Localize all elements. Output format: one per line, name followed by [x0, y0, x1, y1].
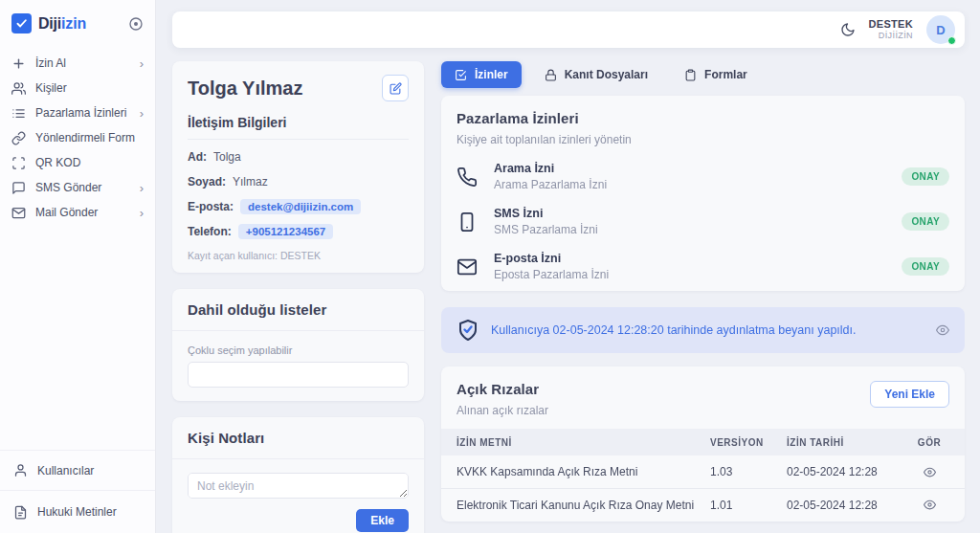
consents-subtitle: Alınan açık rızalar: [457, 404, 548, 417]
consent-banner-text: Kullanıcıya 02-05-2024 12:28:20 tarihind…: [491, 323, 857, 337]
sidebar-nav: İzin Al › Kişiler Pazarlama İzinleri ›: [0, 51, 155, 225]
chevron-right-icon: ›: [140, 207, 144, 219]
field-label: Telefon:: [188, 225, 232, 238]
phone-chip: +905121234567: [238, 224, 333, 239]
brand-name-primary: Diji: [38, 15, 61, 32]
dark-mode-moon-icon[interactable]: [840, 22, 856, 37]
list-icon: [11, 106, 26, 121]
consent-banner: Kullanıcıya 02-05-2024 12:28:20 tarihind…: [441, 307, 965, 353]
created-by-note: Kayıt açan kullanıcı: DESTEK: [188, 250, 409, 261]
sidebar-item-qr-kod[interactable]: QR KOD: [0, 150, 155, 175]
chevron-right-icon: ›: [140, 107, 144, 120]
sidebar-item-hukuki-metinler[interactable]: Hukuki Metinler: [0, 490, 155, 533]
right-column: İzinler Kanıt Dosyaları Formlar: [441, 61, 965, 533]
sidebar-item-label: Kişiler: [35, 81, 67, 95]
content: Tolga Yılmaz İletişim Bilgileri Ad: Tolg…: [172, 61, 965, 533]
sidebar-collapse-icon[interactable]: [128, 16, 144, 32]
consent-date: 02-05-2024 12:28: [787, 465, 909, 478]
consent-text: KVKK Kapsamında Açık Rıza Metni: [457, 465, 710, 478]
sidebar-item-label: Pazarlama İzinleri: [35, 106, 126, 120]
permission-row-eposta: E-posta İzni Eposta Pazarlama İzni ONAY: [457, 252, 949, 281]
consents-title: Açık Rızalar: [457, 381, 548, 397]
tab-formlar[interactable]: Formlar: [671, 61, 761, 88]
shield-check-icon: [457, 319, 479, 342]
brand-checkbox-icon: [11, 13, 32, 33]
consent-date: 02-05-2024 12:28: [787, 499, 909, 512]
field-value: Yılmaz: [233, 175, 268, 189]
contact-section-title: İletişim Bilgileri: [188, 115, 409, 140]
permission-desc: Eposta Pazarlama İzni: [494, 268, 609, 281]
app-root: Dijiizin İzin Al › Kişiler: [0, 0, 980, 533]
brand-name: Dijiizin: [38, 15, 86, 33]
sidebar-item-label: SMS Gönder: [35, 181, 101, 194]
permission-title: SMS İzni: [494, 207, 598, 220]
consents-table-header: İZİN METNİ VERSİYON İZİN TARİHİ GÖR: [441, 429, 965, 455]
smartphone-icon: [457, 211, 479, 233]
sidebar-item-kullanicilar[interactable]: Kullanıcılar: [0, 450, 155, 490]
permissions-title: Pazarlama İzinleri: [457, 110, 949, 126]
sidebar-item-sms-gonder[interactable]: SMS Gönder ›: [0, 175, 155, 200]
tab-kanit-dosyalari[interactable]: Kanıt Dosyaları: [531, 61, 661, 88]
permission-title: Arama İzni: [494, 162, 607, 175]
add-consent-button[interactable]: Yeni Ekle: [870, 381, 949, 408]
sidebar-item-kisiler[interactable]: Kişiler: [0, 76, 155, 100]
table-row: KVKK Kapsamında Açık Rıza Metni 1.03 02-…: [441, 455, 965, 488]
tab-label: Formlar: [704, 68, 747, 81]
chat-icon: [11, 181, 26, 195]
tabs: İzinler Kanıt Dosyaları Formlar: [441, 61, 965, 88]
status-badge: ONAY: [902, 212, 949, 231]
status-badge: ONAY: [902, 257, 949, 276]
left-column: Tolga Yılmaz İletişim Bilgileri Ad: Tolg…: [172, 61, 424, 533]
sidebar-item-mail-gonder[interactable]: Mail Gönder ›: [0, 200, 155, 225]
field-eposta: E-posta: destek@dijiizin.com: [188, 198, 409, 214]
sidebar-item-label: İzin Al: [35, 56, 66, 70]
notes-card-title: Kişi Notları: [188, 430, 409, 446]
profile-name: Tolga Yılmaz: [188, 78, 302, 100]
consent-version: 1.03: [710, 465, 787, 478]
tab-izinler[interactable]: İzinler: [441, 61, 522, 88]
consent-text: Elektronik Ticari Kanunu Açık Rıza Onay …: [457, 499, 710, 512]
lists-card: Dahil olduğu listeler Çoklu seçim yapıla…: [172, 289, 424, 401]
banner-eye-icon[interactable]: [936, 323, 949, 337]
sidebar-item-label: QR KOD: [35, 156, 80, 169]
people-icon: [11, 81, 26, 96]
note-input[interactable]: [188, 473, 409, 499]
edit-profile-button[interactable]: [382, 75, 409, 101]
topbar-user-org: DİJİİZİN: [869, 31, 913, 41]
link-icon: [11, 131, 26, 145]
logo: Dijiizin: [0, 0, 155, 43]
topbar-user-name: DESTEK: [869, 18, 913, 31]
consents-card: Açık Rızalar Alınan açık rızalar Yeni Ek…: [441, 366, 965, 522]
view-consent-eye-icon[interactable]: [924, 466, 936, 478]
online-status-dot: [947, 36, 956, 45]
permission-row-sms: SMS İzni SMS Pazarlama İzni ONAY: [457, 207, 949, 236]
view-consent-eye-icon[interactable]: [924, 499, 936, 511]
sidebar-item-yonlendirmeli-form[interactable]: Yönlendirmeli Form: [0, 125, 155, 150]
consent-version: 1.01: [710, 499, 787, 512]
sidebar-item-pazarlama-izinleri[interactable]: Pazarlama İzinleri ›: [0, 100, 155, 125]
envelope-icon: [457, 256, 479, 278]
email-chip: destek@dijiizin.com: [240, 199, 361, 214]
column-header: İZİN TARİHİ: [787, 437, 909, 448]
multi-select-hint: Çoklu seçim yapılabilir: [188, 344, 409, 356]
mail-icon: [11, 206, 26, 220]
table-row: Elektronik Ticari Kanunu Açık Rıza Onay …: [441, 488, 965, 521]
avatar[interactable]: D: [926, 15, 955, 44]
lists-select-input[interactable]: [188, 362, 409, 388]
chevron-right-icon: ›: [140, 182, 144, 194]
tab-label: İzinler: [475, 68, 508, 81]
sidebar-item-label: Kullanıcılar: [37, 464, 94, 477]
permissions-subtitle: Kişiye ait toplanılan izinleri yönetin: [457, 133, 949, 146]
add-note-button[interactable]: Ekle: [356, 509, 409, 532]
field-soyad: Soyad: Yılmaz: [188, 173, 409, 189]
user-meta: DESTEK DİJİİZİN: [869, 18, 913, 41]
topbar: DESTEK DİJİİZİN D: [172, 11, 965, 48]
document-icon: [13, 505, 28, 520]
lock-icon: [545, 69, 557, 81]
check-square-icon: [455, 69, 467, 81]
field-label: E-posta:: [188, 200, 234, 213]
column-header: İZİN METNİ: [457, 437, 710, 448]
column-header: GÖR: [909, 437, 949, 448]
sidebar-item-izin-al[interactable]: İzin Al ›: [0, 51, 155, 76]
permission-title: E-posta İzni: [494, 252, 609, 265]
